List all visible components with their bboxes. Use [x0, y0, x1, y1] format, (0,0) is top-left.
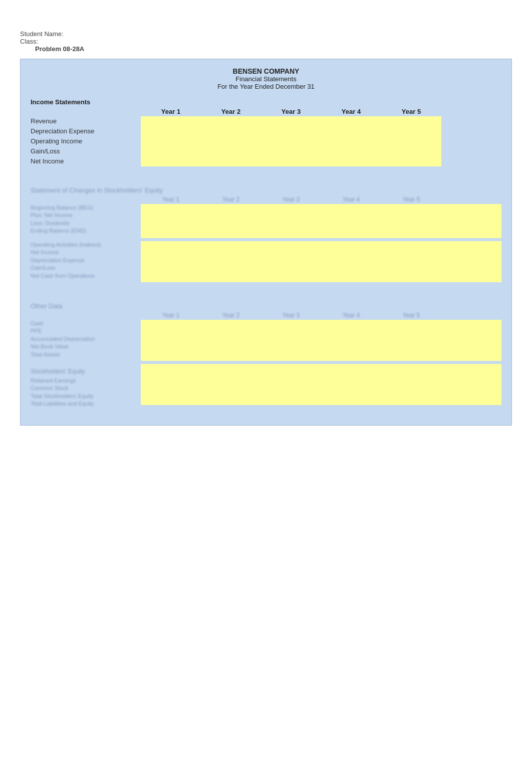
asset-row-ppe: PPE	[31, 327, 141, 335]
other-year4: Year 4	[321, 312, 381, 319]
student-info: Student Name: Class: Problem 08-28A	[20, 30, 512, 53]
net-income-year5[interactable]	[381, 156, 441, 166]
net-income-year4[interactable]	[321, 156, 381, 166]
asset-row-accum-dep: Accumulated Depreciation	[31, 335, 141, 343]
income-statements-label: Income Statements	[31, 98, 501, 106]
depreciation-label: Depreciation Expense	[31, 126, 141, 136]
company-name: BENSEN COMPANY	[31, 67, 501, 75]
changes-sub2-title: Operating Activities (Indirect)	[31, 241, 141, 249]
revenue-year1[interactable]	[141, 116, 201, 126]
operating-income-label: Operating Income	[31, 136, 141, 146]
changes-year3: Year 3	[261, 196, 321, 203]
other-year5: Year 5	[381, 312, 441, 319]
operating-income-cells	[141, 136, 501, 146]
changes-sub2-yellow[interactable]	[141, 241, 501, 282]
year-header-5: Year 5	[381, 108, 441, 115]
changes-equity-section: Statement of Changes in Stockholders' Eq…	[31, 186, 501, 282]
equity-row-total-equity: Total Stockholders' Equity	[31, 393, 141, 400]
revenue-row: Revenue	[31, 116, 501, 126]
changes-sub2-row2: Depreciation Expense	[31, 257, 141, 264]
depreciation-year1[interactable]	[141, 126, 201, 136]
changes-year5: Year 5	[381, 196, 441, 203]
changes-year4: Year 4	[321, 196, 381, 203]
changes-sub2-row3: Gain/Loss	[31, 264, 141, 272]
gainloss-label: Gain/Loss	[31, 146, 141, 156]
equity-row-total-liab: Total Liabilities and Equity	[31, 400, 141, 408]
gainloss-year4[interactable]	[321, 146, 381, 156]
changes-sub1-row2: Less: Dividends	[31, 220, 141, 227]
revenue-label: Revenue	[31, 116, 141, 126]
depreciation-year5[interactable]	[381, 126, 441, 136]
changes-sub1-row1: Plus: Net Income	[31, 212, 141, 219]
operating-year4[interactable]	[321, 136, 381, 146]
depreciation-row: Depreciation Expense	[31, 126, 501, 136]
operating-year5[interactable]	[381, 136, 441, 146]
revenue-year2[interactable]	[201, 116, 261, 126]
operating-year3[interactable]	[261, 136, 321, 146]
year-header-2: Year 2	[201, 108, 261, 115]
changes-sub2-labels: Operating Activities (Indirect) Net Inco…	[31, 241, 141, 282]
depreciation-cells	[141, 126, 501, 136]
asset-yellow[interactable]	[141, 320, 501, 361]
other-year1: Year 1	[141, 312, 201, 319]
class-label: Class:	[20, 38, 512, 45]
gainloss-year1[interactable]	[141, 146, 201, 156]
asset-row-nbv: Net Book Value	[31, 343, 141, 350]
main-panel: BENSEN COMPANY Financial Statements For …	[20, 59, 512, 426]
gainloss-row: Gain/Loss	[31, 146, 501, 156]
net-income-year1[interactable]	[141, 156, 201, 166]
changes-sub2-row1: Net Income	[31, 249, 141, 256]
changes-sub1: Beginning Balance (BEG) Plus: Net Income…	[31, 204, 501, 238]
changes-sub2: Operating Activities (Indirect) Net Inco…	[31, 241, 501, 282]
gainloss-year2[interactable]	[201, 146, 261, 156]
changes-sub2-row4: Net Cash from Operations	[31, 272, 141, 280]
asset-block: Cash PPE Accumulated Depreciation Net Bo…	[31, 320, 501, 361]
equity-row-common: Common Stock	[31, 384, 141, 392]
year-header-4: Year 4	[321, 108, 381, 115]
other-data-year-row: Year 1 Year 2 Year 3 Year 4 Year 5	[141, 312, 501, 319]
other-year2: Year 2	[201, 312, 261, 319]
operating-year2[interactable]	[201, 136, 261, 146]
net-income-year2[interactable]	[201, 156, 261, 166]
equity-labels: Stockholders' Equity Retained Earnings C…	[31, 364, 141, 408]
changes-equity-year-row: Year 1 Year 2 Year 3 Year 4 Year 5	[141, 196, 501, 203]
student-name-label: Student Name:	[20, 30, 512, 38]
year-header-row: Year 1 Year 2 Year 3 Year 4 Year 5	[141, 108, 501, 115]
revenue-year4[interactable]	[321, 116, 381, 126]
income-statements-section: Income Statements Year 1 Year 2 Year 3 Y…	[31, 98, 501, 166]
financial-statements-subtitle: Financial Statements	[31, 75, 501, 83]
revenue-year5[interactable]	[381, 116, 441, 126]
other-data-section: Other Data Year 1 Year 2 Year 3 Year 4 Y…	[31, 302, 501, 408]
other-year3: Year 3	[261, 312, 321, 319]
changes-sub1-title: Beginning Balance (BEG)	[31, 204, 141, 212]
net-income-cells	[141, 156, 501, 166]
equity-row-retained: Retained Earnings	[31, 377, 141, 384]
year-header-1: Year 1	[141, 108, 201, 115]
year-header-3: Year 3	[261, 108, 321, 115]
equity-yellow[interactable]	[141, 364, 501, 405]
gainloss-year5[interactable]	[381, 146, 441, 156]
equity-section-title: Stockholders' Equity	[31, 368, 141, 375]
revenue-year3[interactable]	[261, 116, 321, 126]
changes-sub1-yellow[interactable]	[141, 204, 501, 238]
gainloss-cells	[141, 146, 501, 156]
revenue-cells	[141, 116, 501, 126]
other-data-label: Other Data	[31, 302, 501, 310]
asset-labels: Cash PPE Accumulated Depreciation Net Bo…	[31, 320, 141, 361]
changes-year2: Year 2	[201, 196, 261, 203]
changes-sub1-row3: Ending Balance (END)	[31, 227, 141, 235]
depreciation-year2[interactable]	[201, 126, 261, 136]
changes-year1: Year 1	[141, 196, 201, 203]
net-income-label: Net Income	[31, 156, 141, 166]
operating-income-row: Operating Income	[31, 136, 501, 146]
depreciation-year4[interactable]	[321, 126, 381, 136]
operating-year1[interactable]	[141, 136, 201, 146]
net-income-year3[interactable]	[261, 156, 321, 166]
changes-equity-label: Statement of Changes in Stockholders' Eq…	[31, 186, 501, 194]
date-subtitle: For the Year Ended December 31	[31, 83, 501, 90]
depreciation-year3[interactable]	[261, 126, 321, 136]
asset-row-cash: Cash	[31, 320, 141, 327]
asset-row-total: Total Assets	[31, 351, 141, 358]
company-header: BENSEN COMPANY Financial Statements For …	[31, 67, 501, 90]
gainloss-year3[interactable]	[261, 146, 321, 156]
